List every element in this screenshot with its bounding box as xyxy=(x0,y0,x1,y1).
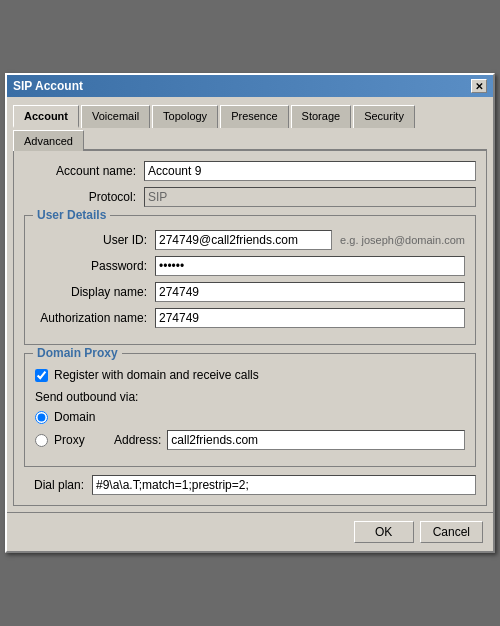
domain-proxy-group: Domain Proxy Register with domain and re… xyxy=(24,353,476,467)
user-id-input[interactable] xyxy=(155,230,332,250)
auth-name-input[interactable] xyxy=(155,308,465,328)
user-details-title: User Details xyxy=(33,208,110,222)
ok-button[interactable]: OK xyxy=(354,521,414,543)
send-outbound-label: Send outbound via: xyxy=(35,390,465,404)
domain-proxy-title: Domain Proxy xyxy=(33,346,122,360)
tab-account[interactable]: Account xyxy=(13,105,79,128)
dial-plan-label: Dial plan: xyxy=(24,478,92,492)
user-id-hint: e.g. joseph@domain.com xyxy=(340,234,465,246)
domain-radio-row: Domain xyxy=(35,410,465,424)
protocol-label: Protocol: xyxy=(24,190,144,204)
register-checkbox[interactable] xyxy=(35,369,48,382)
user-details-content: User ID: e.g. joseph@domain.com Password… xyxy=(35,230,465,328)
account-name-label: Account name: xyxy=(24,164,144,178)
proxy-radio-label: Proxy xyxy=(54,433,114,447)
tab-bar: Account Voicemail Topology Presence Stor… xyxy=(13,103,487,151)
user-id-label: User ID: xyxy=(35,233,155,247)
protocol-row: Protocol: xyxy=(24,187,476,207)
account-tab-content: Account name: Protocol: User Details Use… xyxy=(13,151,487,506)
tab-presence[interactable]: Presence xyxy=(220,105,288,128)
window-title: SIP Account xyxy=(13,79,83,93)
cancel-button[interactable]: Cancel xyxy=(420,521,483,543)
account-name-row: Account name: xyxy=(24,161,476,181)
user-details-group: User Details User ID: e.g. joseph@domain… xyxy=(24,215,476,345)
footer: OK Cancel xyxy=(7,512,493,551)
tab-voicemail[interactable]: Voicemail xyxy=(81,105,150,128)
auth-name-row: Authorization name: xyxy=(35,308,465,328)
proxy-address-input[interactable] xyxy=(167,430,465,450)
register-label: Register with domain and receive calls xyxy=(54,368,259,382)
domain-radio[interactable] xyxy=(35,411,48,424)
tab-security[interactable]: Security xyxy=(353,105,415,128)
proxy-address-label: Address: xyxy=(114,433,161,447)
proxy-radio-row: Proxy Address: xyxy=(35,430,465,450)
proxy-radio[interactable] xyxy=(35,434,48,447)
title-bar: SIP Account ✕ xyxy=(7,75,493,97)
user-id-row: User ID: e.g. joseph@domain.com xyxy=(35,230,465,250)
dial-plan-row: Dial plan: xyxy=(24,475,476,495)
display-name-input[interactable] xyxy=(155,282,465,302)
protocol-input xyxy=(144,187,476,207)
password-row: Password: xyxy=(35,256,465,276)
tab-topology[interactable]: Topology xyxy=(152,105,218,128)
tab-advanced[interactable]: Advanced xyxy=(13,130,84,151)
close-button[interactable]: ✕ xyxy=(471,79,487,93)
account-name-input[interactable] xyxy=(144,161,476,181)
auth-name-label: Authorization name: xyxy=(35,311,155,325)
password-input[interactable] xyxy=(155,256,465,276)
tab-storage[interactable]: Storage xyxy=(291,105,352,128)
main-content: Account Voicemail Topology Presence Stor… xyxy=(7,97,493,512)
password-label: Password: xyxy=(35,259,155,273)
domain-proxy-content: Register with domain and receive calls S… xyxy=(35,368,465,450)
display-name-row: Display name: xyxy=(35,282,465,302)
dial-plan-input[interactable] xyxy=(92,475,476,495)
display-name-label: Display name: xyxy=(35,285,155,299)
sip-account-window: SIP Account ✕ Account Voicemail Topology… xyxy=(5,73,495,553)
register-row: Register with domain and receive calls xyxy=(35,368,465,382)
domain-radio-label: Domain xyxy=(54,410,114,424)
